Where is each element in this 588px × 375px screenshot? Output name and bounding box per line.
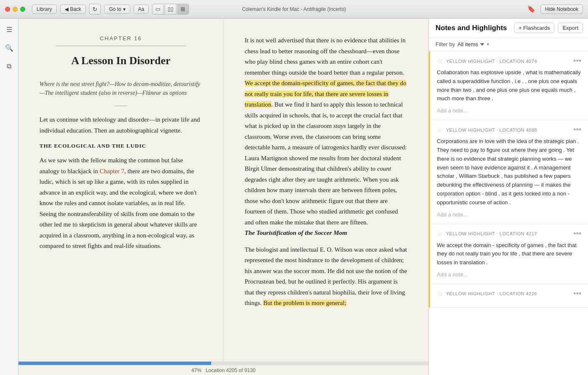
- note-meta-4: YELLOW HIGHLIGHT · LOCATION 4226: [446, 291, 537, 296]
- close-button[interactable]: [5, 7, 10, 12]
- note-meta-1: YELLOW HIGHLIGHT · LOCATION 4074: [446, 59, 537, 64]
- font-button[interactable]: Aa: [134, 5, 149, 14]
- right-para1: It is not well advertised that there is …: [245, 35, 408, 228]
- star-icon-3[interactable]: ☆: [437, 230, 443, 238]
- right-panel-header: Notes and Highlights + Flashcards Export: [429, 18, 588, 38]
- short-divider: [115, 106, 127, 106]
- note-header-3: ☆ YELLOW HIGHLIGHT · LOCATION 4217 •••: [437, 230, 581, 238]
- back-arrow-icon: ◀: [65, 6, 68, 12]
- filter-label: Filter by: [436, 41, 455, 47]
- star-icon-1[interactable]: ☆: [437, 57, 443, 65]
- note-add-1[interactable]: Add a note...: [437, 107, 581, 114]
- note-header-2: ☆ YELLOW HIGHLIGHT · LOCATION 4088 •••: [437, 126, 581, 134]
- chapter-divider: [56, 46, 186, 46]
- note-item-wrapper-4: ☆ YELLOW HIGHLIGHT · LOCATION 4226 •••: [429, 284, 588, 307]
- status-bar: 47% Location 4205 of 9130: [18, 365, 428, 375]
- note-item-wrapper-2: ☆ YELLOW HIGHLIGHT · LOCATION 4088 ••• C…: [429, 120, 588, 224]
- chapter-title: A Lesson In Disorder: [39, 55, 202, 67]
- count-italic: count: [377, 165, 391, 172]
- items-label: ▾: [487, 42, 489, 47]
- menu-icon[interactable]: ☰: [3, 23, 15, 35]
- section-para: As we saw with the fellow making the com…: [39, 155, 202, 252]
- title-bar: Library ◀ Back ↻ Go to ▾ Aa ▭ ▯▯ ⊞ Colem…: [0, 0, 588, 18]
- book-right-page: It is not well advertised that there is …: [224, 18, 429, 362]
- chapter-label: CHAPTER 16: [39, 35, 202, 42]
- filter-select[interactable]: All items: [457, 41, 484, 47]
- note-text-3: We accept the domain - specificity of ga…: [437, 241, 581, 267]
- filter-row: Filter by All items ▾: [429, 38, 588, 51]
- hide-notebook-button[interactable]: Hide Notebook: [541, 5, 583, 14]
- note-meta-3: YELLOW HIGHLIGHT · LOCATION 4217: [446, 231, 537, 236]
- grid-view-btn[interactable]: ⊞: [177, 4, 189, 15]
- chapter-subtitle: Where is the next street fight?—How to d…: [39, 80, 202, 97]
- note-more-1[interactable]: •••: [573, 57, 581, 65]
- right-para2: The biologist and intellectual E. O. Wil…: [245, 245, 408, 309]
- note-item-3: ☆ YELLOW HIGHLIGHT · LOCATION 4217 ••• W…: [430, 224, 588, 284]
- progress-bar-container: [18, 362, 428, 365]
- panel-title: Notes and Highlights: [436, 24, 507, 32]
- note-item-wrapper-1: ☆ YELLOW HIGHLIGHT · LOCATION 4074 ••• C…: [429, 51, 588, 120]
- two-page-view-btn[interactable]: ▯▯: [165, 4, 176, 15]
- note-item-4: ☆ YELLOW HIGHLIGHT · LOCATION 4226 •••: [430, 284, 588, 307]
- note-header-4: ☆ YELLOW HIGHLIGHT · LOCATION 4226 •••: [437, 290, 581, 298]
- star-icon-4[interactable]: ☆: [437, 290, 443, 298]
- stays-italic: stays: [333, 122, 346, 129]
- book-left-page: CHAPTER 16 A Lesson In Disorder Where is…: [18, 18, 224, 362]
- main-layout: ☰ 🔍 ⧉ CHAPTER 16 A Lesson In Disorder Wh…: [0, 18, 588, 375]
- flashcards-button[interactable]: + Flashcards: [514, 23, 555, 33]
- progress-percent: 47%: [192, 367, 202, 373]
- single-page-view-btn[interactable]: ▭: [152, 4, 164, 15]
- back-button[interactable]: ◀ Back: [60, 5, 86, 14]
- window-title: Coleman's Kindle for Mac - Antifragile (…: [242, 6, 346, 12]
- location-text: Location 4205 of 9130: [206, 367, 256, 373]
- chapter-link[interactable]: Chapter 7: [100, 168, 124, 174]
- note-meta-2: YELLOW HIGHLIGHT · LOCATION 4088: [446, 128, 537, 133]
- section-italic-heading: The Touristification of the Soccer Mom: [245, 228, 408, 239]
- note-text-1: Collaboration has explosive upside , wha…: [437, 68, 581, 103]
- section-heading: THE ECOLOGICAL AND THE LUDIC: [39, 143, 202, 149]
- note-more-2[interactable]: •••: [573, 126, 581, 133]
- traffic-lights: [5, 7, 25, 12]
- library-button[interactable]: Library: [32, 5, 57, 14]
- book-area: CHAPTER 16 A Lesson In Disorder Where is…: [18, 18, 428, 375]
- note-text-2: Corporations are in love with the idea o…: [437, 137, 581, 207]
- bookmark-icon[interactable]: 🔖: [525, 4, 537, 15]
- note-add-3[interactable]: Add a note...: [437, 271, 581, 278]
- note-item-wrapper-3: ☆ YELLOW HIGHLIGHT · LOCATION 4217 ••• W…: [429, 224, 588, 284]
- highlight-2: But the problem is more general;: [263, 299, 346, 306]
- book-content: CHAPTER 16 A Lesson In Disorder Where is…: [18, 18, 428, 362]
- progress-bar-fill: [18, 362, 211, 365]
- search-icon[interactable]: 🔍: [3, 42, 15, 54]
- maximize-button[interactable]: [20, 7, 25, 12]
- intro-para: Let us continue with teleology and disor…: [39, 115, 202, 136]
- note-more-3[interactable]: •••: [573, 230, 581, 237]
- right-panel: Notes and Highlights + Flashcards Export…: [428, 18, 588, 375]
- goto-arrow-icon: ▾: [123, 6, 126, 12]
- note-more-4[interactable]: •••: [573, 290, 581, 297]
- view-toggle: ▭ ▯▯ ⊞: [152, 4, 189, 15]
- layers-icon[interactable]: ⧉: [3, 60, 15, 72]
- notes-list: ☆ YELLOW HIGHLIGHT · LOCATION 4074 ••• C…: [429, 51, 588, 375]
- star-icon-2[interactable]: ☆: [437, 126, 443, 134]
- note-item-1: ☆ YELLOW HIGHLIGHT · LOCATION 4074 ••• C…: [430, 51, 588, 120]
- note-header-1: ☆ YELLOW HIGHLIGHT · LOCATION 4074 •••: [437, 57, 581, 65]
- minimize-button[interactable]: [13, 7, 18, 12]
- left-sidebar: ☰ 🔍 ⧉: [0, 18, 18, 375]
- refresh-button[interactable]: ↻: [89, 4, 101, 15]
- goto-button[interactable]: Go to ▾: [104, 5, 130, 14]
- export-button[interactable]: Export: [558, 23, 583, 33]
- note-add-2[interactable]: Add a note...: [437, 211, 581, 218]
- note-item-2: ☆ YELLOW HIGHLIGHT · LOCATION 4088 ••• C…: [430, 120, 588, 224]
